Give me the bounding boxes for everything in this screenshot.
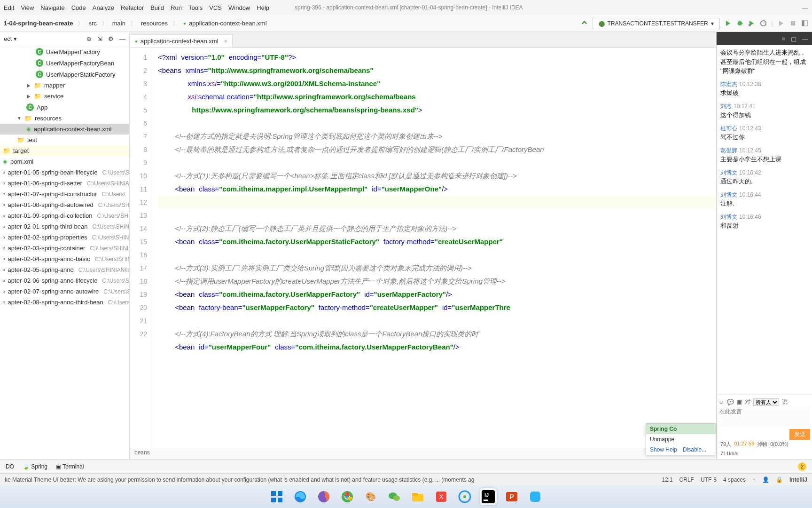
- class-icon: C: [26, 103, 34, 111]
- taskbar-app[interactable]: [527, 488, 544, 505]
- file-encoding[interactable]: UTF-8: [701, 476, 717, 483]
- chevron-down-icon[interactable]: ▾: [14, 35, 17, 42]
- tree-item-apter-02-05-spring-anno[interactable]: ▫apter-02-05-spring-annoC:\Users\SHINIAN…: [0, 264, 129, 275]
- locate-icon[interactable]: ⊕: [86, 35, 92, 42]
- tab-application-context-bean[interactable]: ● application-context-bean.xml ×: [130, 34, 233, 48]
- gear-icon[interactable]: ⚙: [108, 35, 114, 42]
- tree-item-apter-02-02-spring-properties[interactable]: ▫apter-02-02-spring-propertiesC:\Users\S…: [0, 232, 129, 243]
- menu-vcs[interactable]: VCS: [209, 4, 222, 11]
- menu-window[interactable]: Window: [228, 4, 250, 11]
- menu-build[interactable]: Build: [150, 4, 164, 11]
- lock-icon[interactable]: 🔒: [776, 476, 783, 483]
- event-log-badge[interactable]: 2: [798, 462, 806, 471]
- tree-item-resources[interactable]: ▼📁resources: [0, 113, 129, 124]
- tree-item-apter-02-07-spring-anno-autowire[interactable]: ▫apter-02-07-spring-anno-autowireC:\User…: [0, 286, 129, 297]
- tree-item-apter-02-04-spring-anno-basic[interactable]: ▫apter-02-04-spring-anno-basicC:\Users\S…: [0, 254, 129, 264]
- line-separator[interactable]: CRLF: [679, 476, 694, 483]
- tree-item-apter-01-07-spring-di-constructor[interactable]: ▫apter-01-07-spring-di-constructorC:\Use…: [0, 189, 129, 199]
- profiler-icon[interactable]: [760, 20, 767, 27]
- crumb-resources[interactable]: resources: [141, 20, 168, 27]
- todo-tool-button[interactable]: DO: [6, 463, 14, 470]
- chat-minimize-icon[interactable]: —: [802, 35, 808, 42]
- menu-view[interactable]: View: [21, 4, 34, 11]
- menu-navigate[interactable]: Navigate: [40, 4, 64, 11]
- taskbar-explorer[interactable]: [409, 488, 426, 505]
- layout-icon[interactable]: [801, 20, 808, 27]
- taskbar-wechat[interactable]: [386, 488, 403, 505]
- stop-icon[interactable]: [789, 20, 796, 27]
- taskbar-intellij[interactable]: IJ: [480, 488, 497, 505]
- tree-item-service[interactable]: ▶📁service: [0, 91, 129, 102]
- tree-item-application-context-bean-xml[interactable]: ◉application-context-bean.xml: [0, 124, 129, 135]
- taskbar-assistant[interactable]: [456, 488, 473, 505]
- crumb-main[interactable]: main: [112, 20, 125, 27]
- menu-run[interactable]: Run: [171, 4, 182, 11]
- tree-item-usermapperfactory[interactable]: CUserMapperFactory: [0, 46, 129, 57]
- expand-arrow-icon[interactable]: ▶: [26, 94, 31, 99]
- chat-menu-icon[interactable]: ≡: [781, 35, 785, 42]
- tree-item-apter-01-08-spring-di-autowired[interactable]: ▫apter-01-08-spring-di-autowiredC:\Users…: [0, 199, 129, 210]
- taskbar-firefox[interactable]: [315, 488, 332, 505]
- structure-breadcrumb[interactable]: beans: [130, 448, 716, 459]
- tree-item-usermapperfactorybean[interactable]: CUserMapperFactoryBean: [0, 57, 129, 69]
- tree-item-mapper[interactable]: ▶📁mapper: [0, 80, 129, 91]
- tree-item-apter-01-09-spring-di-collection[interactable]: ▫apter-01-09-spring-di-collectionC:\User…: [0, 210, 129, 221]
- git-icon[interactable]: ⑂: [752, 476, 756, 483]
- image-icon[interactable]: ▣: [737, 399, 742, 405]
- menu-edit[interactable]: Edit: [4, 4, 14, 11]
- collapse-icon[interactable]: ⇲: [97, 35, 102, 42]
- indent-setting[interactable]: 4 spaces: [723, 476, 746, 483]
- audience-select[interactable]: 所有人: [753, 398, 779, 406]
- project-view-selector[interactable]: ect: [4, 35, 12, 42]
- chat-bubble-icon[interactable]: 💬: [727, 399, 734, 405]
- chat-input-field[interactable]: [718, 407, 810, 428]
- taskbar-powerpoint[interactable]: P: [503, 488, 520, 505]
- run-configuration-selector[interactable]: ⬤ TRANSACTIONTEST.TESTTRANSFER ▾: [593, 18, 720, 29]
- crumb-module[interactable]: 1-04-spring-bean-create: [4, 20, 73, 27]
- expand-arrow-icon[interactable]: ▼: [17, 116, 22, 121]
- show-help-link[interactable]: Show Help: [650, 446, 677, 453]
- terminal-tool-button[interactable]: ▣ Terminal: [56, 463, 84, 470]
- taskbar-edge[interactable]: [292, 488, 309, 505]
- chat-popout-icon[interactable]: ▢: [791, 35, 796, 42]
- taskbar-windows[interactable]: [268, 488, 285, 505]
- run-icon[interactable]: [725, 20, 732, 27]
- menu-code[interactable]: Code: [71, 4, 86, 11]
- tree-item-app[interactable]: CApp: [0, 102, 129, 113]
- tree-item-apter-01-06-spring-di-setter[interactable]: ▫apter-01-06-spring-di-setterC:\Users\SH…: [0, 178, 129, 189]
- taskbar-paint[interactable]: 🎨: [362, 488, 379, 505]
- menu-help[interactable]: Help: [257, 4, 269, 11]
- disable-link[interactable]: Disable...: [683, 446, 706, 453]
- build-hammer-icon[interactable]: [581, 20, 588, 27]
- taskbar-chrome[interactable]: [339, 488, 356, 505]
- menu-refactor[interactable]: Refactor: [121, 4, 144, 11]
- taskbar-todesk[interactable]: X: [433, 488, 450, 505]
- tree-item-pom-xml[interactable]: ◉pom.xml: [0, 156, 129, 167]
- tree-item-apter-02-03-spring-container[interactable]: ▫apter-02-03-spring-containerC:\Users\SH…: [0, 243, 129, 254]
- tree-item-apter-02-01-spring-third-bean[interactable]: ▫apter-02-01-spring-third-beanC:\Users\S…: [0, 221, 129, 232]
- inspect-icon[interactable]: 👤: [762, 476, 769, 483]
- spring-tool-button[interactable]: 🍃 Spring: [23, 463, 47, 470]
- resume-icon[interactable]: [778, 20, 785, 27]
- emoji-icon[interactable]: ☺: [718, 399, 724, 405]
- minimize-icon[interactable]: —: [802, 4, 808, 11]
- caret-position[interactable]: 12:1: [662, 476, 672, 483]
- close-tab-icon[interactable]: ×: [224, 38, 228, 45]
- crumb-src[interactable]: src: [88, 20, 96, 27]
- tree-item-target[interactable]: 📁target: [0, 145, 129, 156]
- menu-tools[interactable]: Tools: [188, 4, 203, 11]
- tree-item-apter-01-05-spring-bean-lifecycle[interactable]: ▫apter-01-05-spring-bean-lifecycleC:\Use…: [0, 167, 129, 178]
- tree-item-apter-02-06-spring-anno-lifecycle[interactable]: ▫apter-02-06-spring-anno-lifecycleC:\Use…: [0, 275, 129, 286]
- tree-item-apter-02-08-spring-anno-third-bean[interactable]: ▫apter-02-08-spring-anno-third-beanC:\Us…: [0, 297, 129, 308]
- tree-item-test[interactable]: 📁test: [0, 135, 129, 145]
- tree-item-usermapperstaticfactory[interactable]: CUserMapperStaticFactory: [0, 69, 129, 80]
- hide-icon[interactable]: —: [119, 35, 125, 42]
- menu-analyze[interactable]: Analyze: [93, 4, 114, 11]
- code-editor[interactable]: <?xml version="1.0" encoding="UTF-8"?> <…: [152, 48, 716, 448]
- coverage-icon[interactable]: [748, 20, 755, 27]
- crumb-file[interactable]: application-context-bean.xml: [189, 20, 266, 27]
- send-button[interactable]: 发送: [789, 429, 810, 440]
- tree-item-label: apter-02-01-spring-third-bean: [8, 223, 88, 230]
- expand-arrow-icon[interactable]: ▶: [26, 83, 31, 88]
- debug-icon[interactable]: [736, 20, 743, 27]
